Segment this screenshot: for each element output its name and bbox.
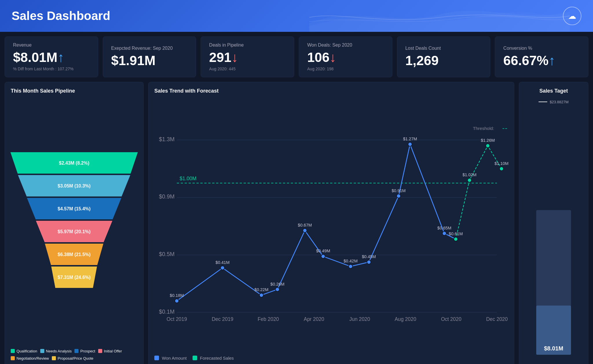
main-row: This Month Sales Pipeline $2.43M (8.2%)$… [0,82,593,364]
funnel-legend-item-5: Proposal/Price Quote [52,356,94,361]
funnel-label-1: $3.05M (10.3%) [58,183,91,188]
legend-label: Prospect [80,349,95,353]
target-bar-label: $8.01M [544,345,563,352]
kpi-value: $1.91M [111,53,188,68]
funnel-container: $2.43M (8.2%)$3.05M (10.3%)$4.57M (15.4%… [11,99,138,344]
svg-text:Aug 2020: Aug 2020 [395,316,416,322]
header-logo: ☁ [563,7,581,25]
chart-legend-label: Forecasted Sales [200,356,234,361]
kpi-card-4: Lost Deals Count 1,269 [397,36,490,77]
chart-legend-item-0: Won Amount [154,356,187,361]
svg-text:$0.42M: $0.42M [344,259,358,263]
svg-text:$1.26M: $1.26M [481,138,495,143]
svg-point-23 [221,266,225,270]
kpi-arrow: ↑ [57,50,64,65]
kpi-card-2: Deals in Pipeline 291↓ Aug 2020: 445 [201,36,294,77]
kpi-card-1: Exepcted Revenue: Sep 2020 $1.91M [103,36,196,77]
funnel-legend-item-2: Prospect [74,349,95,353]
kpi-label: Exepcted Revenue: Sep 2020 [111,46,188,51]
svg-point-46 [468,178,472,182]
svg-point-37 [397,194,401,198]
kpi-row: Revenue $8.01M↑ % Diff from Last Month :… [0,32,593,82]
legend-color-dot [11,356,15,360]
kpi-arrow: ↑ [548,53,555,68]
kpi-label: Conversion % [503,46,580,51]
kpi-sub: % Diff from Last Month : 107.27% [13,67,90,71]
legend-label: Needs Analysis [46,349,72,353]
funnel-legend-item-3: Initial Offer [98,349,122,353]
svg-text:$0.41M: $0.41M [215,260,229,265]
kpi-value: 66.67%↑ [503,53,580,68]
kpi-label: Deals in Pipeline [209,43,286,48]
kpi-label: Revenue [13,43,90,48]
svg-text:Oct 2019: Oct 2019 [166,316,187,322]
target-line-symbol [539,102,547,102]
chart-title: Sales Trend with Forecast [154,88,508,94]
legend-color-dot [11,349,15,353]
legend-color-dot [98,349,102,353]
svg-text:$1.27M: $1.27M [403,137,417,141]
legend-label: Initial Offer [104,349,122,353]
svg-text:Oct 2020: Oct 2020 [441,316,462,322]
svg-point-35 [367,260,371,264]
kpi-sub: Aug 2020: 445 [209,67,286,71]
svg-text:$0.26M: $0.26M [270,282,284,286]
kpi-sub: Aug 2020: 198 [307,67,384,71]
kpi-value: 291↓ [209,50,286,65]
target-bar-wrapper: $8.01M [525,104,582,361]
legend-color-dot [52,356,56,360]
chart-panel: Sales Trend with Forecast $0.1M$0.5M$0.9… [148,82,514,364]
target-title: Sales Taget [539,88,568,94]
svg-text:$1.3M: $1.3M [159,136,175,142]
svg-text:$0.67M: $0.67M [298,223,312,227]
svg-text:Dec 2019: Dec 2019 [212,316,233,322]
kpi-arrow: ↓ [330,50,336,65]
svg-text:Dec 2020: Dec 2020 [486,316,508,322]
kpi-label: Won Deals: Sep 2020 [307,43,384,48]
funnel-label-2: $4.57M (15.4%) [58,206,91,211]
kpi-value: 106↓ [307,50,384,65]
kpi-card-5: Conversion % 66.67%↑ [495,36,588,77]
svg-text:$1.00M: $1.00M [180,176,196,181]
funnel-title: This Month Sales Pipeline [11,88,138,94]
legend-color-dot [40,349,44,353]
svg-text:$0.65M: $0.65M [437,226,451,230]
svg-point-39 [408,142,412,146]
svg-text:$0.22M: $0.22M [255,287,268,292]
svg-point-50 [499,167,504,171]
svg-text:$0.61M: $0.61M [449,231,463,236]
chart-legend-color [154,356,159,360]
target-bar-fill: $8.01M [536,306,571,355]
svg-point-41 [442,231,446,235]
svg-text:$1.10M: $1.10M [495,161,508,166]
page-title: Sales Dashboard [12,9,110,23]
svg-text:Apr 2020: Apr 2020 [304,316,324,322]
svg-text:$1.02M: $1.02M [462,172,476,177]
svg-text:$0.45M: $0.45M [362,254,376,259]
chart-legend-color [193,356,197,360]
sales-chart: $0.1M$0.5M$0.9M$1.3M$1.00MThreshold:Targ… [154,99,508,352]
kpi-arrow: ↓ [231,50,238,65]
svg-text:Jun 2020: Jun 2020 [349,316,370,322]
funnel-label-5: $7.31M (24.6%) [58,275,91,280]
funnel-label-0: $2.43M (8.2%) [59,161,89,166]
svg-point-31 [321,254,325,258]
svg-point-21 [175,299,179,303]
funnel-label-4: $6.38M (21.5%) [58,252,91,257]
svg-point-33 [349,264,353,269]
kpi-card-3: Won Deals: Sep 2020 106↓ Aug 2020: 198 [299,36,392,77]
target-panel: Sales Taget $23.8827M $8.01M [519,82,588,364]
svg-point-48 [486,144,490,148]
svg-text:$0.1M: $0.1M [159,308,175,315]
svg-text:$0.18M: $0.18M [170,293,184,298]
chart-legend-item-1: Forecasted Sales [193,356,234,361]
svg-point-29 [303,228,307,232]
kpi-card-0: Revenue $8.01M↑ % Diff from Last Month :… [5,36,98,77]
kpi-value: $8.01M↑ [13,50,90,65]
target-bar-track: $8.01M [536,210,571,355]
header: Sales Dashboard ☁ [0,0,593,32]
funnel-legend-item-0: Qualification [11,349,37,353]
svg-text:$0.91M: $0.91M [391,188,405,193]
svg-point-27 [275,287,279,291]
target-value-label: $23.8827M [550,100,568,104]
